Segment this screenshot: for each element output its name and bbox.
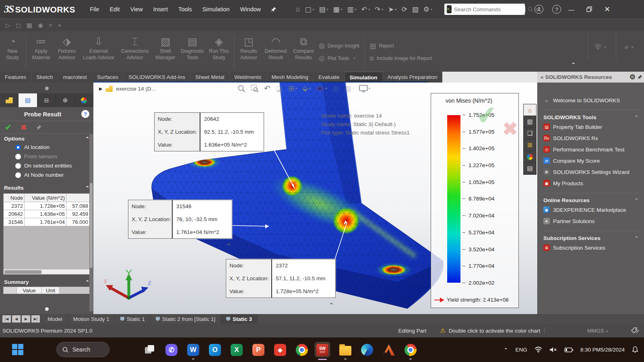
- collapsed-toolbar-group-2[interactable]: ◕»: [616, 34, 641, 60]
- subscription-services-link[interactable]: ♻Subscription Services: [538, 242, 644, 253]
- featuremanager-tab[interactable]: [0, 93, 19, 107]
- macro-stop-icon[interactable]: ◻: [16, 22, 21, 29]
- callout-collapse-chevron[interactable]: ⌃: [226, 242, 231, 250]
- mate-icon[interactable]: ⌖: [58, 22, 61, 29]
- redo-icon[interactable]: ↷▾: [373, 4, 385, 15]
- appearances-scenes-tab[interactable]: [524, 151, 536, 163]
- apply-scene-icon[interactable]: ▦▾: [344, 84, 354, 93]
- tab-surfaces[interactable]: Surfaces: [92, 72, 124, 83]
- solidworks-rx-link[interactable]: RxSOLIDWORKS Rx: [538, 132, 644, 144]
- taskpane-pin-icon[interactable]: [637, 74, 642, 80]
- section-view-icon[interactable]: ◪: [276, 84, 283, 93]
- radio-from-sensors[interactable]: From sensors: [0, 152, 93, 161]
- panel-top-splitter[interactable]: [0, 83, 93, 93]
- design-library-tab[interactable]: ▥: [524, 116, 536, 128]
- configurationmanager-tab[interactable]: ⊟: [37, 93, 56, 107]
- graphics-viewport[interactable]: ▶ exercise 14 (D... ↶ ◪ ⊞▾ ⬙▾ ▾ ◍: [93, 83, 537, 314]
- file-properties-icon[interactable]: ▧: [411, 4, 420, 15]
- static-1-tab[interactable]: Static 1: [115, 314, 151, 324]
- menu-pin-icon[interactable]: [270, 6, 277, 12]
- image-capture-icon[interactable]: ⌗: [49, 22, 52, 29]
- flyout-expand-arrow[interactable]: ▶: [99, 86, 102, 91]
- zoom-to-fit-icon[interactable]: [237, 85, 246, 93]
- minimize-button[interactable]: —: [568, 6, 574, 13]
- radio-at-node-number[interactable]: At Node number: [0, 170, 93, 180]
- wifi-icon[interactable]: [531, 347, 546, 353]
- tab-sketch[interactable]: Sketch: [31, 72, 58, 83]
- performance-benchmark-link[interactable]: ◷Performance Benchmark Test: [538, 144, 644, 155]
- ribbon-collapse-chevron[interactable]: ⌃: [571, 62, 576, 68]
- edge-app-button[interactable]: [361, 343, 374, 356]
- word-app-button[interactable]: W: [187, 343, 200, 356]
- first-tab-button[interactable]: |◀: [2, 315, 11, 323]
- menu-view[interactable]: View: [126, 4, 147, 15]
- welcome-link[interactable]: ⌂ Welcome to SOLIDWORKS: [538, 95, 644, 106]
- my-products-link[interactable]: ▣My Products: [538, 178, 644, 189]
- edit-appearance-icon[interactable]: ◍: [332, 84, 339, 93]
- fixtures-advisor-button[interactable]: ⬗Fixtures Advisor: [54, 33, 80, 71]
- table-row[interactable]: 31546 1.761e+04 76.000: [4, 218, 90, 226]
- taskpane-header[interactable]: « SOLIDWORKS Resources ⚙: [537, 72, 644, 83]
- propertymanager-tab[interactable]: ▤: [19, 93, 37, 107]
- plot-tools-button[interactable]: ◎Plot Tools▾: [319, 54, 359, 62]
- language-indicator[interactable]: ENG: [512, 347, 530, 353]
- tab-weldments[interactable]: Weldments: [229, 72, 266, 83]
- chrome-app-button[interactable]: [295, 343, 308, 356]
- compare-results-button[interactable]: ⧉Compare Results: [291, 33, 316, 71]
- taskbar-search[interactable]: Search: [56, 342, 109, 357]
- panel-help-icon[interactable]: ?: [81, 110, 89, 118]
- unit-system-selector[interactable]: MMGS▴: [587, 328, 608, 334]
- macro-record-icon[interactable]: ▦: [27, 22, 32, 29]
- motion-study-1-tab[interactable]: Motion Study 1: [68, 314, 115, 324]
- open-document-icon[interactable]: ▤▾: [317, 4, 330, 15]
- hide-show-items-icon[interactable]: ▾: [316, 85, 327, 92]
- collapsed-toolbar-group-1[interactable]: ✾»: [588, 34, 613, 60]
- design-insight-button[interactable]: ◍Design Insight: [319, 41, 359, 50]
- undo-icon[interactable]: ↶▾: [360, 4, 372, 15]
- tab-evaluate[interactable]: Evaluate: [314, 72, 345, 83]
- summary-section-header[interactable]: Summary⌃: [0, 277, 93, 286]
- results-advisor-button[interactable]: ◳Results Advisor: [237, 33, 261, 71]
- new-document-icon[interactable]: ▢▾: [303, 4, 316, 15]
- tab-features[interactable]: Features: [0, 72, 31, 83]
- compare-my-score-link[interactable]: ⇄Compare My Score: [538, 155, 644, 166]
- notification-bell-icon[interactable]: [628, 346, 644, 353]
- tag-icon[interactable]: [631, 327, 639, 334]
- rebuild-icon[interactable]: ⟳: [400, 4, 409, 15]
- tab-sheet-metal[interactable]: Sheet Metal: [190, 72, 229, 83]
- tray-expand-chevron[interactable]: ⌃: [500, 347, 512, 353]
- report-button[interactable]: ▤Report: [369, 42, 432, 50]
- shell-manager-button[interactable]: ▧Shell Manager: [153, 33, 178, 71]
- external-loads-advisor-button[interactable]: ⇩External Loads Advisor: [80, 33, 117, 71]
- account-icon[interactable]: [535, 5, 543, 14]
- menu-tools[interactable]: Tools: [174, 4, 196, 15]
- tab-solidworks-add-ins[interactable]: SOLIDWORKS Add-Ins: [124, 72, 190, 83]
- ok-button[interactable]: ✔: [5, 122, 12, 132]
- cancel-button[interactable]: ✖: [21, 123, 27, 132]
- previous-view-icon[interactable]: ↶: [264, 84, 270, 93]
- include-image-report-button[interactable]: ⧈Include Image for Report: [369, 54, 432, 62]
- screen-capture-icon[interactable]: ◉: [38, 22, 43, 29]
- view-settings-icon[interactable]: ▾: [359, 85, 370, 92]
- apply-material-button[interactable]: ≔Apply Material: [29, 33, 54, 71]
- print-icon[interactable]: ▥▾: [346, 4, 358, 15]
- diagnostic-tools-button[interactable]: ▤Diagnostic Tools: [178, 33, 206, 71]
- search-commands-input[interactable]: [454, 6, 525, 12]
- taskpane-home-tab[interactable]: ⌂: [524, 104, 536, 116]
- probe-callout-node-20642[interactable]: Node:20642 X, Y, Z Location:92.5, 11.2, …: [154, 112, 264, 151]
- matlab-app-button[interactable]: [382, 343, 395, 356]
- panel-bottom-splitter[interactable]: [45, 307, 49, 311]
- chrome-app-button-2[interactable]: [404, 343, 417, 356]
- results-section-header[interactable]: Results⌃: [0, 183, 93, 192]
- restore-button[interactable]: [586, 6, 592, 12]
- search-icon[interactable]: [528, 6, 533, 12]
- table-row[interactable]: 2372 1.728e+05 57.088: [4, 202, 90, 210]
- displaymanager-tab[interactable]: [75, 93, 93, 107]
- options-gear-icon[interactable]: ⚙▾: [422, 4, 434, 15]
- callout-collapse-chevron[interactable]: ⌃: [329, 302, 334, 309]
- dimxpertmanager-tab[interactable]: ⊕: [56, 93, 74, 107]
- viber-app-button[interactable]: ✆: [165, 343, 178, 356]
- probe-callout-node-31546[interactable]: Node:31546 X, Y, Z Location:76, 10, -32.…: [128, 200, 232, 239]
- powerpoint-app-button[interactable]: P: [252, 343, 265, 356]
- probe-callout-node-2372[interactable]: Node:2372 X, Y, Z Location:57.1, 11.2, -…: [226, 259, 336, 298]
